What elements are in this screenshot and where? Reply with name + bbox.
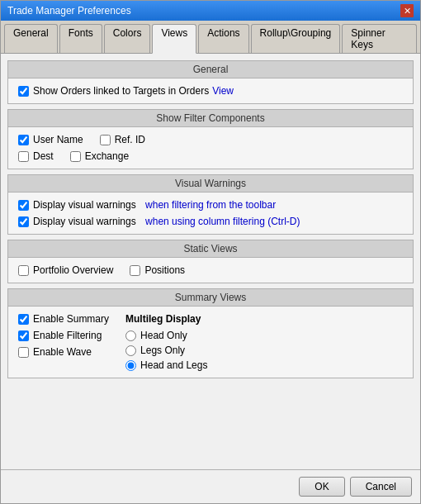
enable-filtering-label[interactable]: Enable Filtering [33, 330, 102, 341]
general-section: General Show Orders linked to Targets in… [7, 60, 414, 104]
multileg-container: Enable Summary Enable Filtering Enable W… [18, 313, 403, 371]
dest-label[interactable]: Dest [33, 150, 54, 162]
tab-actions[interactable]: Actions [198, 24, 248, 53]
show-orders-checkbox[interactable] [18, 86, 29, 97]
warning2-link: when using column filtering (Ctrl-D) [145, 216, 300, 227]
ref-id-checkbox[interactable] [100, 135, 111, 145]
exchange-checkbox[interactable] [70, 151, 81, 162]
warning1-prefix: Display visual warnings [33, 199, 136, 211]
static-views-row: Portfolio Overview Positions [18, 264, 403, 276]
filter-components-header: Show Filter Components [8, 110, 413, 127]
visual-warnings-section: Visual Warnings Display visual warnings … [7, 174, 414, 235]
tab-views[interactable]: Views [152, 24, 196, 54]
filter-components-body: User Name Ref. ID Dest Exchange [8, 127, 413, 169]
legs-only-label[interactable]: Legs Only [140, 345, 185, 356]
positions-row: Positions [130, 264, 185, 276]
visual-warnings-header: Visual Warnings [8, 175, 413, 193]
warning1-row: Display visual warnings when filtering f… [18, 199, 403, 211]
user-name-row: User Name [18, 134, 83, 145]
window-title: Trade Manager Preferences [7, 5, 131, 17]
portfolio-row: Portfolio Overview [18, 264, 113, 276]
head-and-legs-label[interactable]: Head and Legs [140, 359, 207, 371]
enable-wave-label[interactable]: Enable Wave [33, 346, 92, 358]
ref-id-row: Ref. ID [100, 134, 145, 145]
bottom-bar: OK Cancel [1, 469, 420, 503]
title-bar: Trade Manager Preferences ✕ [1, 1, 420, 21]
warning1-checkbox[interactable] [18, 200, 29, 211]
summary-views-body: Enable Summary Enable Filtering Enable W… [8, 307, 413, 378]
tab-general[interactable]: General [4, 24, 58, 53]
user-name-checkbox[interactable] [18, 135, 29, 145]
enable-summary-label[interactable]: Enable Summary [33, 313, 109, 325]
close-button[interactable]: ✕ [400, 4, 414, 17]
positions-checkbox[interactable] [130, 265, 140, 276]
enable-wave-row: Enable Wave [18, 346, 109, 358]
main-content: General Show Orders linked to Targets in… [1, 54, 420, 469]
legs-only-radio[interactable] [125, 345, 136, 356]
enable-wave-checkbox[interactable] [18, 347, 29, 358]
preferences-window: Trade Manager Preferences ✕ General Font… [0, 0, 421, 504]
warning2-prefix: Display visual warnings [33, 216, 136, 227]
tab-fonts[interactable]: Fonts [59, 24, 102, 53]
general-section-body: Show Orders linked to Targets in Orders … [8, 78, 413, 103]
warning2-checkbox[interactable] [18, 216, 29, 227]
cancel-button[interactable]: Cancel [350, 477, 412, 497]
warning1-label[interactable]: Display visual warnings when filtering f… [33, 199, 276, 211]
ok-button[interactable]: OK [299, 477, 344, 497]
portfolio-label[interactable]: Portfolio Overview [33, 264, 113, 276]
warning1-link: when filtering from the toolbar [145, 199, 276, 211]
filter-row1: User Name Ref. ID [18, 134, 403, 145]
enable-summary-checkbox[interactable] [18, 314, 29, 325]
legs-only-row: Legs Only [125, 345, 207, 356]
dest-row: Dest [18, 150, 54, 162]
visual-warnings-body: Display visual warnings when filtering f… [8, 193, 413, 234]
ref-id-label[interactable]: Ref. ID [115, 134, 145, 145]
head-and-legs-row: Head and Legs [125, 359, 207, 371]
show-orders-text: Show Orders linked to Targets in Orders [33, 85, 209, 97]
user-name-label[interactable]: User Name [33, 134, 83, 145]
static-views-body: Portfolio Overview Positions [8, 258, 413, 283]
multileg-title: Multileg Display [125, 313, 207, 325]
static-views-header: Static Views [8, 240, 413, 258]
show-orders-link: View [212, 85, 234, 97]
summary-views-header: Summary Views [8, 289, 413, 307]
show-orders-label[interactable]: Show Orders linked to Targets in Orders … [33, 85, 234, 97]
tab-bar: General Fonts Colors Views Actions Rollu… [1, 21, 420, 54]
warning2-label[interactable]: Display visual warnings when using colum… [33, 216, 300, 227]
tab-rollup-grouping[interactable]: Rollup\Grouping [251, 24, 341, 53]
head-only-radio[interactable] [125, 330, 136, 341]
portfolio-checkbox[interactable] [18, 265, 29, 276]
positions-label[interactable]: Positions [144, 264, 185, 276]
exchange-label[interactable]: Exchange [85, 150, 129, 162]
filter-row2: Dest Exchange [18, 150, 403, 162]
exchange-row: Exchange [70, 150, 129, 162]
show-orders-row: Show Orders linked to Targets in Orders … [18, 85, 403, 97]
head-and-legs-radio[interactable] [125, 360, 136, 371]
enable-filtering-checkbox[interactable] [18, 330, 29, 341]
warning2-row: Display visual warnings when using colum… [18, 216, 403, 227]
head-only-row: Head Only [125, 330, 207, 341]
summary-views-section: Summary Views Enable Summary Enable Filt… [7, 288, 414, 378]
general-section-header: General [8, 61, 413, 78]
dest-checkbox[interactable] [18, 151, 29, 162]
enable-summary-row: Enable Summary [18, 313, 109, 325]
head-only-label[interactable]: Head Only [140, 330, 187, 341]
tab-spinner-keys[interactable]: Spinner Keys [342, 24, 417, 53]
filter-components-section: Show Filter Components User Name Ref. ID [7, 109, 414, 169]
tab-colors[interactable]: Colors [104, 24, 151, 53]
enable-filtering-row: Enable Filtering [18, 330, 109, 341]
static-views-section: Static Views Portfolio Overview Position… [7, 240, 414, 283]
multileg-display: Multileg Display Head Only Legs Only Hea… [125, 313, 207, 371]
summary-checkboxes: Enable Summary Enable Filtering Enable W… [18, 313, 109, 358]
